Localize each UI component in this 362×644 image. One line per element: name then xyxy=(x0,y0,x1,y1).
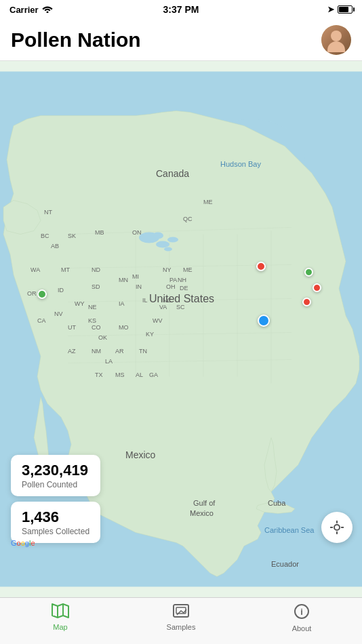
svg-point-78 xyxy=(153,233,163,239)
svg-text:ID: ID xyxy=(58,287,64,294)
tab-samples[interactable]: Samples xyxy=(121,603,241,631)
svg-text:NC: NC xyxy=(163,297,172,304)
app-title: Pollen Nation xyxy=(11,28,321,52)
pollen-count-number: 3,230,419 xyxy=(22,462,89,479)
svg-text:United States: United States xyxy=(149,293,214,304)
svg-text:GA: GA xyxy=(149,371,158,378)
svg-text:IL: IL xyxy=(142,297,148,304)
svg-text:i: i xyxy=(300,607,303,617)
tab-map-label: Map xyxy=(53,623,67,631)
svg-text:PA: PA xyxy=(169,277,177,283)
svg-text:Canada: Canada xyxy=(156,168,189,179)
svg-text:NY: NY xyxy=(163,266,172,273)
svg-text:AR: AR xyxy=(115,348,124,355)
svg-text:WY: WY xyxy=(75,300,85,307)
svg-text:NV: NV xyxy=(54,310,63,317)
svg-text:KS: KS xyxy=(88,317,96,324)
svg-point-0 xyxy=(46,11,48,13)
svg-text:IA: IA xyxy=(119,300,125,307)
svg-text:SK: SK xyxy=(68,233,76,239)
svg-text:NM: NM xyxy=(92,348,101,355)
google-logo: Google xyxy=(11,539,35,547)
status-right: ➤ xyxy=(327,5,353,14)
svg-text:NE: NE xyxy=(88,304,97,310)
svg-text:MO: MO xyxy=(119,324,129,331)
svg-text:BC: BC xyxy=(41,233,49,239)
status-bar: Carrier 3:37 PM ➤ xyxy=(0,0,362,19)
svg-text:OK: OK xyxy=(98,334,107,341)
status-left: Carrier xyxy=(9,5,53,15)
svg-text:KY: KY xyxy=(146,331,154,338)
svg-text:QC: QC xyxy=(183,216,193,222)
map-pin-ga[interactable] xyxy=(258,315,270,327)
samples-count-label: Samples Collected xyxy=(22,527,89,536)
svg-text:AZ: AZ xyxy=(68,348,76,355)
svg-text:SD: SD xyxy=(92,283,100,290)
stats-overlay: 3,230,419 Pollen Counted 1,436 Samples C… xyxy=(11,455,100,543)
samples-tab-icon xyxy=(172,603,190,621)
location-button[interactable] xyxy=(321,512,353,543)
svg-text:MT: MT xyxy=(61,266,70,273)
svg-point-80 xyxy=(334,525,340,530)
svg-text:ND: ND xyxy=(92,266,100,273)
tab-about-label: About xyxy=(292,624,312,632)
svg-text:Mexico: Mexico xyxy=(190,509,214,517)
user-avatar[interactable] xyxy=(321,25,351,55)
svg-text:Gulf of: Gulf of xyxy=(193,499,216,507)
svg-point-77 xyxy=(167,237,178,243)
svg-text:MN: MN xyxy=(119,277,128,283)
svg-text:Caribbean Sea: Caribbean Sea xyxy=(264,526,315,534)
svg-text:ME: ME xyxy=(203,199,213,205)
svg-text:MI: MI xyxy=(132,273,139,280)
pollen-count-card: 3,230,419 Pollen Counted xyxy=(11,455,100,496)
svg-point-79 xyxy=(164,247,172,251)
status-time: 3:37 PM xyxy=(163,4,199,15)
svg-text:CA: CA xyxy=(37,317,46,324)
samples-count-number: 1,436 xyxy=(22,508,89,526)
svg-text:WV: WV xyxy=(153,317,163,324)
svg-text:MS: MS xyxy=(115,371,125,378)
map-pin-ca[interactable] xyxy=(37,289,47,299)
svg-text:DE: DE xyxy=(180,285,188,291)
about-tab-icon: i xyxy=(294,603,310,622)
samples-count-card: 1,436 Samples Collected xyxy=(11,502,100,543)
svg-text:SC: SC xyxy=(176,304,185,310)
map-pin-de[interactable] xyxy=(313,283,321,292)
svg-text:NH: NH xyxy=(178,277,186,283)
svg-text:Cuba: Cuba xyxy=(268,499,286,507)
svg-text:OH: OH xyxy=(166,283,176,290)
map-view[interactable]: Canada United States Mexico Gulf of Mexi… xyxy=(0,61,362,597)
svg-text:IN: IN xyxy=(136,283,142,290)
svg-text:TX: TX xyxy=(95,371,103,378)
battery-icon xyxy=(338,5,353,14)
tab-map[interactable]: Map xyxy=(0,603,121,631)
svg-text:Mexico: Mexico xyxy=(125,449,156,460)
svg-text:AL: AL xyxy=(136,371,143,378)
map-pin-east1[interactable] xyxy=(304,268,313,277)
svg-text:MB: MB xyxy=(95,229,104,236)
map-tab-icon xyxy=(52,603,69,621)
svg-text:Ecuador: Ecuador xyxy=(271,560,299,568)
svg-text:ME: ME xyxy=(183,266,193,273)
tab-samples-label: Samples xyxy=(167,623,196,631)
svg-text:LA: LA xyxy=(105,358,113,365)
app-header: Pollen Nation xyxy=(0,19,362,61)
carrier-label: Carrier xyxy=(9,5,39,15)
navigation-arrow-icon: ➤ xyxy=(327,5,334,14)
svg-text:VA: VA xyxy=(159,304,167,310)
map-pin-nc[interactable] xyxy=(302,298,311,306)
svg-text:TN: TN xyxy=(139,348,147,355)
svg-text:AB: AB xyxy=(51,243,59,249)
svg-text:Hudson Bay: Hudson Bay xyxy=(220,160,261,168)
svg-text:WA: WA xyxy=(31,266,40,273)
pollen-count-label: Pollen Counted xyxy=(22,480,89,489)
wifi-icon xyxy=(42,5,53,15)
tab-bar: Map Samples i About xyxy=(0,597,362,644)
svg-text:UT: UT xyxy=(68,324,76,331)
svg-text:CO: CO xyxy=(92,324,101,331)
map-pin-oh[interactable] xyxy=(256,262,266,271)
svg-text:OR: OR xyxy=(27,290,37,297)
svg-text:NT: NT xyxy=(44,209,52,216)
tab-about[interactable]: i About xyxy=(241,603,362,632)
svg-point-76 xyxy=(156,241,169,248)
